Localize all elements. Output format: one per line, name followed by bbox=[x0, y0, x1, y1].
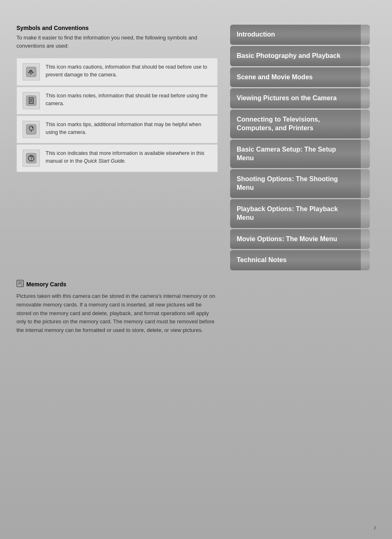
toc-label-5: Basic Camera Setup: The Setup Menu bbox=[230, 140, 361, 168]
svg-rect-13 bbox=[17, 280, 23, 287]
symbols-title: Symbols and Conventions bbox=[16, 25, 218, 31]
toc-label-9: Technical Notes bbox=[230, 250, 361, 270]
toc-label-7: Playback Options: The Playback Menu bbox=[230, 199, 361, 228]
icon-row-tips: This icon marks tips, additional informa… bbox=[16, 115, 218, 143]
toc-label-1: Basic Photography and Playback bbox=[230, 46, 361, 66]
toc-label-6: Shooting Options: The Shooting Menu bbox=[230, 169, 361, 198]
svg-point-12 bbox=[31, 160, 32, 161]
memory-section: Memory Cards Pictures taken with this ca… bbox=[16, 280, 218, 335]
toc-item-9[interactable]: Technical Notes bbox=[230, 250, 370, 270]
svg-point-8 bbox=[32, 127, 33, 128]
symbols-intro: To make it easier to find the informatio… bbox=[16, 34, 218, 50]
toc-tab-0 bbox=[361, 25, 370, 45]
toc-item-8[interactable]: Movie Options: The Movie Menu bbox=[230, 229, 370, 249]
toc-label-2: Scene and Movie Modes bbox=[230, 67, 361, 88]
page-container: Symbols and Conventions To make it easie… bbox=[0, 0, 392, 539]
memory-icon bbox=[16, 280, 24, 289]
toc-label-8: Movie Options: The Movie Menu bbox=[230, 229, 361, 249]
icon-row-notes: This icon marks notes, information that … bbox=[16, 87, 218, 115]
caution-text: This icon marks cautions, information th… bbox=[46, 63, 212, 79]
notes-text: This icon marks notes, information that … bbox=[46, 92, 212, 108]
toc-label-3: Viewing Pictures on the Camera bbox=[230, 88, 361, 108]
toc-tab-3 bbox=[361, 88, 370, 108]
icon-row-caution: This icon marks cautions, information th… bbox=[16, 58, 218, 86]
toc-item-1[interactable]: Basic Photography and Playback bbox=[230, 46, 370, 66]
icon-row-reference: This icon indicates that more informatio… bbox=[16, 144, 218, 172]
toc-item-6[interactable]: Shooting Options: The Shooting Menu bbox=[230, 169, 370, 198]
toc-tab-1 bbox=[361, 46, 370, 66]
memory-title: Memory Cards bbox=[16, 280, 218, 289]
toc-item-4[interactable]: Connecting to Televisions, Computers, an… bbox=[230, 110, 370, 138]
toc-item-7[interactable]: Playback Options: The Playback Menu bbox=[230, 199, 370, 228]
svg-rect-0 bbox=[26, 67, 36, 77]
tips-icon bbox=[23, 121, 40, 138]
left-column: Symbols and Conventions To make it easie… bbox=[16, 25, 218, 523]
toc-tab-8 bbox=[361, 229, 370, 249]
caution-icon bbox=[23, 63, 40, 81]
toc-label-4: Connecting to Televisions, Computers, an… bbox=[230, 110, 361, 138]
memory-text: Pictures taken with this camera can be s… bbox=[16, 292, 218, 335]
toc-tab-6 bbox=[361, 169, 370, 198]
toc-item-5[interactable]: Basic Camera Setup: The Setup Menu bbox=[230, 140, 370, 168]
toc-item-2[interactable]: Scene and Movie Modes bbox=[230, 67, 370, 88]
toc-tab-2 bbox=[361, 67, 370, 88]
toc-label-0: Introduction bbox=[230, 25, 361, 45]
reference-icon bbox=[23, 150, 40, 167]
toc-tab-5 bbox=[361, 140, 370, 168]
toc-tab-7 bbox=[361, 199, 370, 228]
reference-text: This icon indicates that more informatio… bbox=[46, 150, 212, 165]
toc-item-3[interactable]: Viewing Pictures on the Camera bbox=[230, 88, 370, 108]
icon-rows: This icon marks cautions, information th… bbox=[16, 58, 218, 173]
toc-tab-4 bbox=[361, 110, 370, 138]
tips-text: This icon marks tips, additional informa… bbox=[46, 121, 212, 136]
right-column: IntroductionBasic Photography and Playba… bbox=[230, 25, 370, 523]
toc-tab-9 bbox=[361, 250, 370, 270]
toc-item-0[interactable]: Introduction bbox=[230, 25, 370, 45]
page-number: i bbox=[374, 525, 376, 531]
notes-icon bbox=[23, 92, 40, 109]
